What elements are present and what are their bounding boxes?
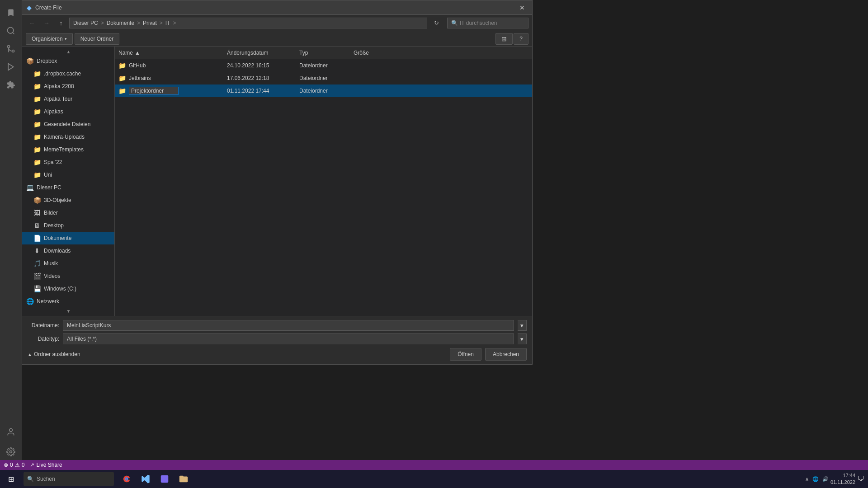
up-button[interactable]: ↑ (55, 17, 67, 29)
start-button[interactable]: ⊞ (0, 470, 22, 488)
dialog-body: ▲ 📦 Dropbox 📁 .dropbox.cache 📁 Alpaka 22… (22, 47, 532, 316)
sidebar-item-label: Gesendete Dateien (44, 121, 90, 127)
sidebar-item-desktop[interactable]: 🖥 Desktop (22, 219, 114, 232)
account-icon[interactable] (2, 424, 20, 440)
sidebar-item-dieser-pc[interactable]: 💻 Dieser PC (22, 181, 114, 194)
sidebar-item-alpakatour[interactable]: 📁 Alpaka Tour (22, 93, 114, 105)
live-share-status[interactable]: ↗ Live Share (30, 462, 62, 468)
cancel-button[interactable]: Abbrechen (485, 348, 527, 361)
debug-icon[interactable] (2, 58, 20, 76)
table-row[interactable]: 📁 Jetbrains 17.06.2022 12:18 Dateiordner (115, 72, 532, 84)
address-bar[interactable]: Dieser PC > Dokumente > Privat > IT > (69, 18, 427, 28)
sidebar-item-3dobjekte[interactable]: 📦 3D-Objekte (22, 194, 114, 206)
sidebar-item-dropbox[interactable]: 📦 Dropbox (22, 55, 114, 67)
sidebar-item-label: Kamera-Uploads (44, 134, 85, 140)
vscode-taskbar-icon[interactable] (137, 470, 155, 488)
scroll-down-btn[interactable]: ▼ (22, 308, 115, 314)
filetype-dropdown[interactable]: ▾ (518, 333, 527, 344)
explorer-taskbar-icon[interactable] (175, 470, 193, 488)
file-type-cell: Dateiordner (299, 62, 354, 69)
open-button[interactable]: Öffnen (450, 348, 481, 361)
sidebar-item-memetemplates[interactable]: 📁 MemeTemplates (22, 143, 114, 156)
sidebar-item-label: Spa '22 (44, 159, 62, 165)
extensions-icon[interactable] (2, 76, 20, 94)
explorer-icon[interactable] (2, 4, 20, 22)
warning-icon: ⚠ (15, 462, 20, 468)
back-button[interactable]: ← (26, 17, 38, 29)
scroll-up-btn[interactable]: ▲ (22, 48, 115, 55)
dialog-close-button[interactable]: ✕ (517, 2, 528, 13)
chevron-up-icon[interactable]: ∧ (805, 476, 809, 482)
filename-row: Dateiname: MeinLiaScriptKurs ▾ (28, 320, 527, 331)
sidebar-item-alpakas[interactable]: 📁 Alpakas (22, 105, 114, 118)
table-row[interactable]: 📁 GitHub 24.10.2022 16:15 Dateiordner (115, 59, 532, 72)
sidebar-item-bilder[interactable]: 🖼 Bilder (22, 206, 114, 219)
folder-icon: 📁 (118, 87, 126, 94)
col-header-date[interactable]: Änderungsdatum (227, 50, 299, 56)
collapse-button[interactable]: ▲ Ordner ausblenden (28, 351, 80, 357)
refresh-button[interactable]: ↻ (431, 18, 442, 28)
col-header-name[interactable]: Name ▲ (118, 50, 227, 56)
sidebar-item-musik[interactable]: 🎵 Musik (22, 257, 114, 270)
file-dialog: ◆ Create File ✕ ← → ↑ Dieser PC > Dokume… (22, 0, 533, 365)
sidebar-item-label: Alpaka Tour (44, 96, 72, 102)
sidebar-item-alpaka2208[interactable]: 📁 Alpaka 2208 (22, 80, 114, 93)
col-header-type[interactable]: Typ (299, 50, 354, 56)
sidebar-item-label: Musik (44, 260, 58, 267)
forward-button[interactable]: → (40, 17, 53, 29)
sidebar-item-dropboxcache[interactable]: 📁 .dropbox.cache (22, 67, 114, 80)
netzwerk-icon: 🌐 (26, 297, 34, 305)
bilder-icon: 🖼 (33, 209, 41, 217)
sidebar-item-gesendete[interactable]: 📁 Gesendete Dateien (22, 118, 114, 131)
notification-icon[interactable]: 🗨 (857, 475, 864, 483)
git-icon[interactable] (2, 40, 20, 58)
sidebar-item-netzwerk[interactable]: 🌐 Netzwerk (22, 295, 114, 308)
search-icon[interactable] (2, 22, 20, 40)
vscode-sidebar-bottom (0, 424, 22, 460)
network-icon: 🌐 (812, 476, 819, 482)
file-type-cell: Dateiordner (299, 88, 354, 94)
filename-dropdown[interactable]: ▾ (518, 320, 527, 331)
svg-point-5 (10, 451, 12, 453)
dialog-title-icon: ◆ (27, 4, 32, 11)
filetype-input[interactable]: All Files (*.*) (63, 333, 514, 344)
dialog-titlebar: ◆ Create File ✕ (22, 0, 532, 15)
dialog-bottom: Dateiname: MeinLiaScriptKurs ▾ Dateityp:… (22, 316, 532, 364)
sidebar-item-dokumente[interactable]: 📄 Dokumente (22, 232, 114, 244)
help-icon-button[interactable]: ? (514, 33, 528, 45)
sidebar-item-downloads[interactable]: ⬇ Downloads (22, 244, 114, 257)
dropbox-icon: 📦 (26, 57, 34, 65)
filename-input[interactable]: MeinLiaScriptKurs (63, 320, 514, 331)
address-part-1: Dieser PC (73, 20, 98, 26)
errors-status[interactable]: ⊗ 0 ⚠ 0 (4, 462, 24, 468)
organize-button[interactable]: Organisieren ▾ (26, 33, 73, 45)
videos-icon: 🎬 (33, 272, 41, 280)
file-area: Name ▲ Änderungsdatum Typ Größe 📁 GitHub… (115, 47, 532, 316)
chrome-taskbar-icon[interactable] (118, 470, 136, 488)
new-folder-button[interactable]: Neuer Ordner (75, 33, 119, 45)
rename-input[interactable] (129, 87, 179, 95)
sidebar-item-dropbox-label: Dropbox (37, 58, 57, 64)
status-bar: ⊗ 0 ⚠ 0 ↗ Live Share (0, 460, 868, 470)
sidebar-item-kamera[interactable]: 📁 Kamera-Uploads (22, 131, 114, 143)
svg-point-0 (8, 28, 14, 33)
filetype-label: Dateityp: (28, 336, 59, 342)
system-tray: ∧ 🌐 🔊 (805, 476, 829, 482)
search-bar[interactable]: 🔍 IT durchsuchen (447, 18, 528, 28)
file-type-cell: Dateiordner (299, 75, 354, 81)
folder-icon: 📁 (118, 75, 126, 82)
sidebar-item-spa[interactable]: 📁 Spa '22 (22, 156, 114, 169)
col-header-size[interactable]: Größe (354, 50, 399, 56)
sidebar-item-uni[interactable]: 📁 Uni (22, 169, 114, 181)
settings-icon[interactable] (2, 444, 20, 460)
table-row[interactable]: 📁 01.11.2022 17:44 Dateiordner (115, 84, 532, 97)
taskbar-search[interactable]: 🔍 Suchen (24, 472, 114, 486)
sidebar-item-videos[interactable]: 🎬 Videos (22, 270, 114, 282)
taskbar-clock[interactable]: 17:44 01.11.2022 (830, 472, 855, 486)
folder-icon: 📁 (118, 62, 126, 69)
help-button[interactable]: ⊞ (495, 33, 513, 45)
sidebar-item-label: Desktop (44, 222, 64, 229)
dialog-buttons-row: ▲ Ordner ausblenden Öffnen Abbrechen (28, 348, 527, 361)
teams-taskbar-icon[interactable] (156, 470, 174, 488)
sidebar-item-windows[interactable]: 💾 Windows (C:) (22, 282, 114, 295)
